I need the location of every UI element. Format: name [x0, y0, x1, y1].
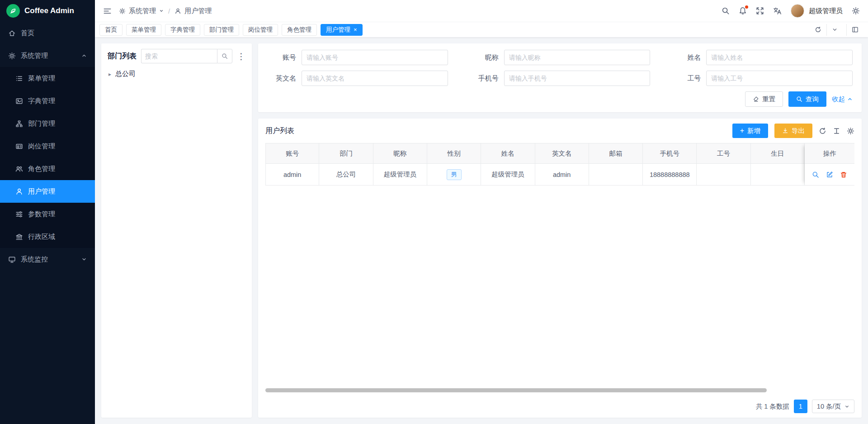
breadcrumb-item-system[interactable]: 系统管理 — [119, 7, 164, 15]
column-header-nickname[interactable]: 昵称 — [373, 143, 427, 164]
sidebar-item-user-management[interactable]: 用户管理 — [0, 180, 95, 203]
column-header-dept[interactable]: 部门 — [319, 143, 373, 164]
nickname-input[interactable] — [504, 50, 651, 65]
layout-icon[interactable] — [846, 24, 863, 36]
column-header-phone[interactable]: 手机号 — [643, 143, 697, 164]
settings-icon[interactable] — [847, 127, 854, 135]
tab-label: 用户管理 — [326, 26, 350, 34]
tab-user-management[interactable]: 用户管理 × — [321, 24, 363, 36]
dept-search-button[interactable] — [217, 49, 232, 63]
tab-post-management[interactable]: 岗位管理 — [243, 24, 278, 36]
fullscreen-icon[interactable] — [756, 7, 764, 15]
more-vertical-icon[interactable]: ⋮ — [237, 52, 245, 61]
dept-search-group — [141, 49, 232, 63]
sidebar-item-label: 菜单管理 — [28, 74, 55, 83]
tree-node-head-office[interactable]: ▸ 总公司 — [108, 69, 245, 79]
sidebar-item-system-monitor[interactable]: 系统监控 — [0, 248, 95, 271]
sidebar-item-param-management[interactable]: 参数管理 — [0, 203, 95, 225]
refresh-icon[interactable] — [819, 127, 826, 135]
page-number-button[interactable]: 1 — [794, 400, 807, 413]
table-header-row: 账号 部门 昵称 性别 姓名 英文名 邮箱 手机号 工号 生日 — [265, 143, 805, 164]
add-button[interactable]: + 新增 — [732, 124, 768, 138]
sidebar-item-system-management[interactable]: 系统管理 — [0, 44, 95, 67]
sidebar-item-dict-management[interactable]: 字典管理 — [0, 90, 95, 112]
dept-search-input[interactable] — [141, 49, 217, 63]
tab-label: 首页 — [105, 26, 117, 34]
filter-field-account: 账号 — [267, 50, 448, 65]
delete-icon[interactable] — [840, 171, 847, 178]
cell-name: 超级管理员 — [481, 164, 535, 186]
main-column: 账号 昵称 姓名 英文名 — [258, 43, 862, 418]
gender-tag: 男 — [447, 169, 462, 180]
job-no-input[interactable] — [706, 71, 853, 86]
reset-button[interactable]: 重置 — [745, 91, 783, 107]
export-button[interactable]: 导出 — [774, 124, 812, 138]
sidebar-item-role-management[interactable]: 角色管理 — [0, 157, 95, 180]
column-header-name[interactable]: 姓名 — [481, 143, 535, 164]
page-size-select[interactable]: 10 条/页 — [812, 400, 854, 413]
tab-menu-management[interactable]: 菜单管理 — [126, 24, 161, 36]
table-row[interactable]: admin 总公司 超级管理员 男 超级管理员 admin 1888888888… — [265, 164, 805, 186]
column-header-en-name[interactable]: 英文名 — [535, 143, 589, 164]
sidebar-item-label: 行政区域 — [28, 233, 55, 241]
close-icon[interactable]: × — [354, 27, 357, 33]
account-input[interactable] — [302, 50, 448, 65]
tab-home[interactable]: 首页 — [99, 24, 123, 36]
logo: Coffee Admin — [0, 0, 95, 22]
cell-account: admin — [265, 164, 319, 186]
breadcrumb-item-user[interactable]: 用户管理 — [175, 7, 212, 15]
caret-right-icon[interactable]: ▸ — [108, 71, 111, 77]
main-area: 系统管理 / 用户管理 — [95, 0, 868, 424]
column-header-account[interactable]: 账号 — [265, 143, 319, 164]
tab-role-management[interactable]: 角色管理 — [282, 24, 317, 36]
sidebar-item-dept-management[interactable]: 部门管理 — [0, 112, 95, 135]
sidebar-collapse-icon[interactable] — [103, 7, 112, 15]
scrollbar-thumb[interactable] — [265, 388, 767, 392]
column-header-birthday[interactable]: 生日 — [751, 143, 805, 164]
dept-panel-title: 部门列表 — [108, 52, 137, 61]
column-header-gender[interactable]: 性别 — [427, 143, 481, 164]
chevron-down-icon[interactable] — [826, 24, 843, 36]
search-icon — [796, 96, 802, 102]
breadcrumb-separator: / — [168, 7, 170, 15]
column-header-job-no[interactable]: 工号 — [697, 143, 750, 164]
collapse-filters-link[interactable]: 收起 — [832, 95, 853, 104]
view-icon[interactable] — [812, 171, 819, 178]
row-actions-cell — [805, 164, 854, 186]
tab-dept-management[interactable]: 部门管理 — [204, 24, 239, 36]
user-icon — [175, 8, 181, 14]
sidebar-item-label: 用户管理 — [28, 187, 55, 196]
settings-icon[interactable] — [852, 7, 860, 15]
horizontal-scrollbar[interactable] — [265, 388, 805, 392]
dept-panel-header: 部门列表 ⋮ — [108, 49, 245, 63]
sidebar-submenu-system: 菜单管理 字典管理 部门管理 — [0, 67, 95, 248]
tab-dict-management[interactable]: 字典管理 — [165, 24, 200, 36]
name-input[interactable] — [706, 50, 853, 65]
gear-icon — [8, 52, 16, 60]
sidebar-item-menu-management[interactable]: 菜单管理 — [0, 67, 95, 90]
notification-badge — [745, 5, 748, 9]
sidebar-item-admin-region[interactable]: 行政区域 — [0, 225, 95, 248]
search-icon[interactable] — [722, 7, 730, 15]
app-root: Coffee Admin 首页 系统管理 — [0, 0, 868, 424]
translate-icon[interactable] — [773, 7, 782, 15]
avatar[interactable] — [791, 4, 804, 18]
id-card-icon — [15, 143, 23, 150]
column-header-email[interactable]: 邮箱 — [589, 143, 643, 164]
filter-field-name: 姓名 — [672, 50, 853, 65]
phone-input[interactable] — [504, 71, 651, 86]
search-button[interactable]: 查询 — [788, 91, 826, 107]
tab-label: 角色管理 — [287, 26, 311, 34]
column-header-actions: 操作 — [805, 143, 854, 164]
sidebar-item-home[interactable]: 首页 — [0, 22, 95, 44]
en-name-input[interactable] — [302, 71, 448, 86]
sidebar-item-post-management[interactable]: 岗位管理 — [0, 135, 95, 157]
username[interactable]: 超级管理员 — [809, 7, 843, 15]
notification-icon[interactable] — [739, 7, 747, 15]
dictionary-icon — [15, 97, 23, 105]
row-density-icon[interactable] — [833, 127, 840, 135]
refresh-icon[interactable] — [810, 24, 826, 36]
export-button-label: 导出 — [792, 127, 805, 135]
topbar-right: 超级管理员 — [722, 4, 860, 18]
edit-icon[interactable] — [826, 171, 833, 178]
